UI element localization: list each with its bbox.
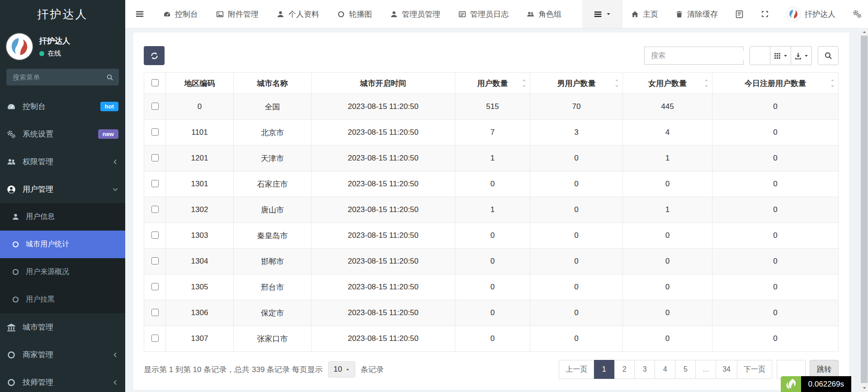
table-cell: 4: [623, 120, 712, 146]
table-cell: 2023-08-15 11:20:50: [311, 197, 455, 223]
row-checkbox[interactable]: [151, 283, 159, 290]
row-checkbox[interactable]: [151, 206, 159, 213]
sidebar-toggle-button[interactable]: [125, 0, 154, 28]
vertical-scrollbar[interactable]: [860, 28, 868, 392]
topnav-item[interactable]: 轮播图: [328, 0, 381, 28]
page-ellipsis: ...: [696, 360, 716, 379]
table-cell: 2023-08-15 11:20:50: [311, 171, 455, 197]
caret-down-icon: [606, 11, 611, 17]
row-checkbox[interactable]: [151, 257, 159, 264]
topnav-item[interactable]: 个人资料: [268, 0, 328, 28]
page-button[interactable]: 3: [635, 360, 655, 379]
page-button[interactable]: 5: [675, 360, 696, 379]
topnav-item[interactable]: 角色组: [518, 0, 571, 28]
sort-arrows-icon[interactable]: [614, 78, 619, 89]
column-header[interactable]: 女用户数量: [623, 73, 712, 94]
sidebar-item[interactable]: 用户管理: [0, 175, 125, 203]
column-header[interactable]: 男用户数量: [530, 73, 623, 94]
sidebar-subitem[interactable]: 用户拉黑: [0, 286, 125, 313]
chevron-left-icon: [112, 352, 118, 358]
row-checkbox[interactable]: [151, 231, 159, 239]
table-cell: 0: [530, 171, 623, 197]
row-checkbox[interactable]: [151, 335, 159, 342]
table-row[interactable]: 1303秦皇岛市2023-08-15 11:20:500000: [144, 223, 839, 249]
export-button[interactable]: [791, 46, 812, 65]
sidebar-item[interactable]: 城市管理: [0, 313, 125, 341]
row-checkbox[interactable]: [151, 309, 159, 316]
tabs-dropdown-button[interactable]: [582, 0, 623, 28]
topnav-item[interactable]: 控制台: [154, 0, 207, 28]
topnav-item[interactable]: 附件管理: [207, 0, 268, 28]
page-button[interactable]: 1: [594, 360, 614, 379]
debug-toolbar[interactable]: 0.062269s: [781, 376, 851, 392]
search-icon[interactable]: [106, 74, 113, 81]
sidebar-subitem[interactable]: 城市用户统计: [0, 231, 125, 258]
caret-down-icon: [704, 84, 709, 89]
page-button[interactable]: 2: [614, 360, 635, 379]
columns-button[interactable]: [770, 46, 791, 65]
language-button[interactable]: [726, 0, 752, 28]
sidebar-item-label: 权限管理: [23, 156, 105, 167]
column-header[interactable]: 用户数量: [455, 73, 530, 94]
sidebar-subitem[interactable]: 用户信息: [0, 203, 125, 231]
table-row[interactable]: 1305邢台市2023-08-15 11:20:500000: [144, 274, 839, 300]
sidebar-item[interactable]: 商家管理: [0, 341, 125, 368]
settings-button[interactable]: [844, 0, 868, 28]
sort-arrows-icon[interactable]: [830, 78, 835, 89]
sidebar-search-input[interactable]: [12, 73, 106, 81]
column-header-label: 今日注册用户数量: [745, 79, 806, 88]
toggle-view-button[interactable]: [750, 46, 770, 65]
page-size-select[interactable]: 10: [328, 361, 355, 378]
sort-arrows-icon[interactable]: [704, 78, 709, 89]
chevron-left-icon: [112, 159, 118, 165]
column-header: 城市开启时间: [311, 73, 455, 94]
table-row[interactable]: 1304邯郸市2023-08-15 11:20:500000: [144, 249, 839, 274]
table-search-input[interactable]: [650, 51, 745, 60]
row-checkbox[interactable]: [151, 180, 159, 187]
scroll-down-arrow-icon[interactable]: [860, 384, 868, 392]
list-icon: [458, 10, 466, 18]
select-all-checkbox[interactable]: [151, 79, 159, 86]
prev-page-button[interactable]: 上一页: [559, 360, 594, 379]
sidebar-item[interactable]: 权限管理: [0, 148, 125, 175]
user-menu-button[interactable]: 扞护达人: [778, 0, 844, 28]
page-button[interactable]: 34: [716, 360, 737, 379]
fullscreen-button[interactable]: [752, 0, 778, 28]
page-button[interactable]: 4: [655, 360, 675, 379]
clear-cache-button[interactable]: 清除缓存: [667, 0, 726, 28]
refresh-button[interactable]: [144, 46, 165, 65]
table-cell: 0: [530, 300, 623, 326]
table-cell: 7: [455, 120, 530, 146]
sort-arrows-icon[interactable]: [522, 78, 527, 89]
table-row[interactable]: 1101北京市2023-08-15 11:20:507340: [144, 120, 839, 146]
sidebar-item[interactable]: 系统设置new: [0, 120, 125, 148]
online-dot: [39, 51, 44, 56]
user-status: 在线: [47, 49, 61, 58]
row-checkbox[interactable]: [151, 154, 159, 161]
table-row[interactable]: 1301石家庄市2023-08-15 11:20:500000: [144, 171, 839, 197]
row-checkbox[interactable]: [151, 103, 159, 110]
row-checkbox[interactable]: [151, 128, 159, 136]
table-row[interactable]: 1201天津市2023-08-15 11:20:501010: [144, 146, 839, 171]
sidebar-subitem[interactable]: 用户来源概况: [0, 258, 125, 286]
table-cell: 0: [530, 146, 623, 171]
sidebar-item[interactable]: 技师管理: [0, 368, 125, 392]
table-cell: 515: [455, 94, 530, 120]
table-cell: 0: [455, 249, 530, 274]
user-icon: [390, 10, 398, 18]
topnav-item[interactable]: 管理员日志: [449, 0, 518, 28]
table-row[interactable]: 1306保定市2023-08-15 11:20:500000: [144, 300, 839, 326]
column-header[interactable]: 今日注册用户数量: [712, 73, 839, 94]
next-page-button[interactable]: 下一页: [737, 360, 772, 379]
scroll-up-arrow-icon[interactable]: [860, 28, 868, 36]
table-row[interactable]: 1307张家口市2023-08-15 11:20:500000: [144, 326, 839, 352]
table-cell: 1303: [166, 223, 234, 249]
table-row[interactable]: 1302唐山市2023-08-15 11:20:501010: [144, 197, 839, 223]
topnav-item[interactable]: 管理员管理: [381, 0, 449, 28]
home-button[interactable]: 主页: [623, 0, 667, 28]
table-row[interactable]: 0全国2023-08-15 11:20:50515704450: [144, 94, 839, 120]
sidebar-item[interactable]: 控制台hot: [0, 93, 125, 120]
scrollbar-thumb[interactable]: [861, 36, 868, 383]
search-toggle-button[interactable]: [818, 46, 839, 65]
sidebar-item-label: 技师管理: [23, 377, 105, 387]
